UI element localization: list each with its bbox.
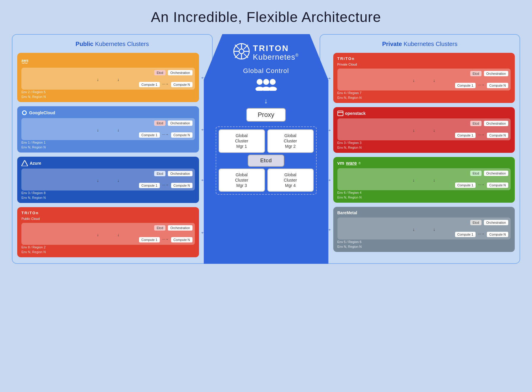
vmware-cluster-row: → vmware® Etcd Orchestration ↓ ↓ bbox=[325, 157, 515, 203]
vmware-compute1: Compute 1 bbox=[455, 182, 476, 188]
gcloud-icon bbox=[21, 110, 27, 116]
baremetal-cluster-card: BareMetal Etcd Orchestration ↓ ↓ Compute… bbox=[333, 207, 515, 252]
openstack-orch: Orchestration bbox=[484, 121, 508, 126]
vmware-cluster-card: vmware® Etcd Orchestration ↓ ↓ Compute 1… bbox=[333, 157, 515, 203]
openstack-computeN: Compute N bbox=[487, 133, 508, 138]
svg-point-14 bbox=[257, 79, 263, 85]
cluster-mgr-1: GlobalClusterMgr 1 bbox=[219, 129, 265, 153]
aws-compute1: Compute 1 bbox=[139, 82, 160, 87]
azure-env-label: Env 3 / Region 8 bbox=[21, 191, 195, 195]
center-etcd: Etcd bbox=[248, 155, 284, 167]
aws-cluster-row: aws Etcd Orchestration ↓ ↓ Compute 1 bbox=[17, 53, 207, 102]
baremetal-etcd: Etcd bbox=[470, 220, 482, 225]
openstack-cluster-card: openstack Etcd Orchestration ↓ ↓ Compute… bbox=[333, 107, 515, 153]
helm-icon bbox=[233, 43, 250, 63]
down-arrow: ↓ bbox=[264, 97, 268, 105]
svg-point-18 bbox=[270, 79, 276, 85]
baremetal-orch: Orchestration bbox=[484, 220, 508, 225]
azure-etcd: Etcd bbox=[154, 171, 165, 176]
right-panel-title: Private Kubernetes Clusters bbox=[325, 41, 515, 47]
triton-priv-env-n: Env N, Region N bbox=[337, 96, 511, 99]
center-panel: TRiTOn Kubernetes® Global Control bbox=[204, 34, 329, 264]
baremetal-env-n: Env N, Region N bbox=[337, 245, 511, 248]
triton-priv-computeN: Compute N bbox=[487, 83, 508, 88]
openstack-icon bbox=[337, 111, 343, 116]
gcloud-env-label: Env 1 / Region 1 bbox=[21, 141, 195, 144]
center-content: TRiTOn Kubernetes® Global Control bbox=[204, 34, 329, 201]
gcloud-cluster-row: GoogleCloud Etcd Orchestration ↓ ↓ Compu… bbox=[17, 106, 207, 153]
gcloud-computeN: Compute N bbox=[171, 132, 192, 138]
gcloud-compute1: Compute 1 bbox=[139, 132, 160, 138]
vmware-env-label: Env 6 / Region 4 bbox=[337, 191, 511, 194]
triton-pub-computeN: Compute N bbox=[171, 237, 192, 242]
aws-cluster-card: aws Etcd Orchestration ↓ ↓ Compute 1 bbox=[17, 53, 199, 102]
openstack-cluster-row: → openstack Etcd Orchestration bbox=[325, 107, 515, 153]
users-svg bbox=[255, 78, 277, 91]
triton-public-cluster-row: TRiTOn Public Cloud Etcd Orchestration ↓… bbox=[17, 207, 207, 257]
page-title: An Incredible, Flexible Architecture bbox=[151, 9, 381, 25]
aws-env-label: Env 2 / Region 5 bbox=[21, 90, 195, 94]
cluster-mgr-4: GlobalClusterMgr 4 bbox=[267, 169, 314, 192]
triton-priv-orch: Orchestration bbox=[484, 71, 508, 76]
openstack-compute1: Compute 1 bbox=[455, 133, 476, 138]
users-icon bbox=[255, 78, 277, 94]
triton-text: TRiTOn Kubernetes® bbox=[253, 44, 299, 62]
azure-orch: Orchestration bbox=[168, 171, 192, 176]
baremetal-cluster-row: → BareMetal Etcd Orchestration ↓ ↓ bbox=[325, 207, 515, 252]
baremetal-compute1: Compute 1 bbox=[455, 232, 476, 237]
azure-cluster-card: Azure Etcd Orchestration ↓ ↓ Compute 1 ·… bbox=[17, 157, 199, 203]
vmware-orch: Orchestration bbox=[484, 171, 508, 176]
vmware-env-n: Env N, Region N bbox=[337, 196, 511, 199]
triton-pub-compute1: Compute 1 bbox=[139, 237, 160, 242]
proxy-box: Proxy bbox=[246, 108, 285, 122]
triton-priv-etcd: Etcd bbox=[470, 71, 482, 76]
cluster-manager-region: GlobalClusterMgr 1 GlobalClusterMgr 2 Et… bbox=[216, 126, 317, 195]
right-panel: Private Kubernetes Clusters → TRiTOn Pri… bbox=[320, 34, 520, 264]
aws-etcd: Etcd bbox=[154, 70, 165, 75]
svg-rect-20 bbox=[338, 111, 343, 116]
triton-pub-etcd: Etcd bbox=[154, 225, 165, 231]
triton-private-cluster-card: TRiTOn Private Cloud Etcd Orchestration … bbox=[333, 53, 515, 103]
azure-compute1: Compute 1 bbox=[139, 183, 160, 188]
azure-computeN: Compute N bbox=[171, 183, 192, 188]
left-panel-title: Public Kubernetes Clusters bbox=[17, 41, 207, 47]
left-panel: Public Kubernetes Clusters aws Etcd Orc bbox=[12, 34, 213, 264]
svg-marker-3 bbox=[21, 160, 28, 166]
cluster-mgr-2: GlobalClusterMgr 2 bbox=[267, 129, 314, 153]
global-control-label: Global Control bbox=[243, 67, 289, 75]
gcloud-env-n: Env N, Region N bbox=[21, 145, 195, 149]
triton-public-cluster-card: TRiTOn Public Cloud Etcd Orchestration ↓… bbox=[17, 207, 199, 257]
triton-private-cluster-row: → TRiTOn Private Cloud Etcd Orchestratio… bbox=[325, 53, 515, 103]
triton-logo: TRiTOn Kubernetes® bbox=[233, 43, 299, 63]
azure-env-n: Env N, Region N bbox=[21, 196, 195, 199]
triton-pub-orch: Orchestration bbox=[168, 225, 192, 231]
triton-priv-compute1: Compute 1 bbox=[455, 83, 476, 88]
baremetal-computeN: Compute N bbox=[487, 232, 508, 237]
svg-text:aws: aws bbox=[21, 58, 29, 63]
azure-icon bbox=[21, 160, 28, 166]
svg-point-5 bbox=[239, 49, 244, 54]
helm-wheel-icon bbox=[233, 43, 250, 60]
gcloud-etcd: Etcd bbox=[154, 120, 165, 126]
openstack-etcd: Etcd bbox=[470, 121, 482, 126]
triton-brand-name: TRiTOn bbox=[253, 44, 299, 53]
aws-env-n: Env N, Region N bbox=[21, 95, 195, 99]
triton-kubernetes-label: Kubernetes® bbox=[253, 53, 299, 62]
openstack-env-n: Env N, Region N bbox=[337, 146, 511, 149]
aws-icon: aws bbox=[21, 56, 36, 65]
gcloud-orch: Orchestration bbox=[168, 120, 192, 126]
triton-pub-env-label: Env 8 / Region 2 bbox=[21, 245, 195, 249]
svg-point-16 bbox=[263, 79, 269, 85]
vmware-etcd: Etcd bbox=[470, 171, 482, 176]
gcloud-cluster-card: GoogleCloud Etcd Orchestration ↓ ↓ Compu… bbox=[17, 106, 199, 153]
baremetal-env-label: Env 5 / Region 6 bbox=[337, 240, 511, 244]
triton-pub-env-n: Env N, Region N bbox=[21, 250, 195, 254]
vmware-computeN: Compute N bbox=[487, 182, 508, 188]
azure-cluster-row: Azure Etcd Orchestration ↓ ↓ Compute 1 ·… bbox=[17, 157, 207, 203]
svg-point-19 bbox=[269, 87, 277, 91]
triton-priv-env-label: Env 4 / Region 7 bbox=[337, 91, 511, 95]
cluster-mgr-3: GlobalClusterMgr 3 bbox=[219, 169, 265, 192]
aws-orch: Orchestration bbox=[168, 70, 192, 75]
svg-point-2 bbox=[23, 111, 26, 114]
openstack-env-label: Env 3 / Region 3 bbox=[337, 141, 511, 145]
